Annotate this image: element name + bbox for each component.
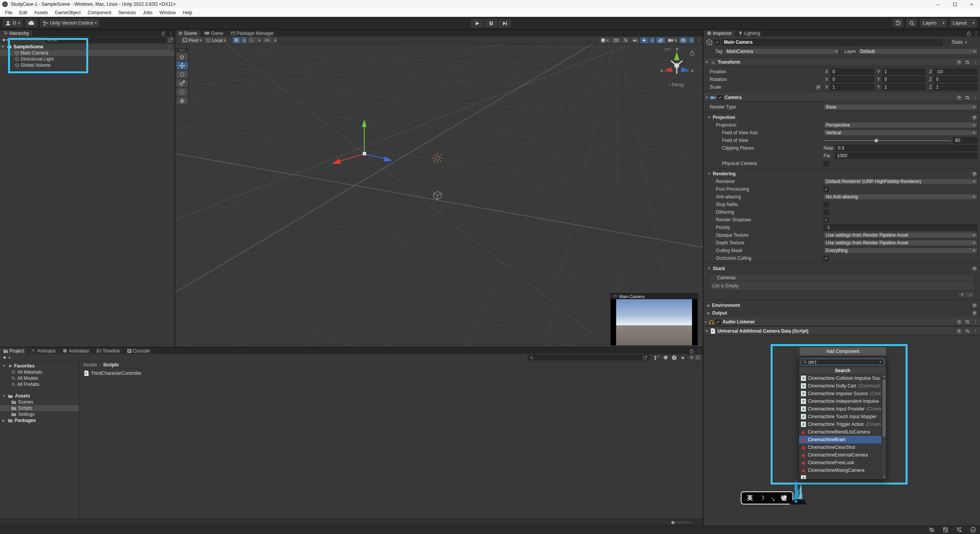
rotation-y-field[interactable]: 0	[882, 76, 926, 82]
transform-tool[interactable]	[176, 97, 188, 105]
search-window-icon[interactable]	[168, 38, 173, 42]
gameobject-name-field[interactable]: Main Camera	[722, 39, 943, 46]
tab-game[interactable]: Game	[201, 30, 227, 36]
preset-icon[interactable]	[965, 329, 970, 333]
minimize-button[interactable]: –	[929, 0, 946, 8]
add-component-button[interactable]: Add Component	[799, 347, 886, 356]
audio-listener-header[interactable]: ▸ ✓ Audio Listener ? ⋮	[704, 318, 980, 326]
component-list-item[interactable]: Cinemachine Touch Input Mapper	[799, 413, 881, 420]
layout-dropdown[interactable]: Layout▾	[950, 19, 977, 27]
menu-item[interactable]: Help	[179, 10, 196, 15]
asset-folder[interactable]: Scenes	[0, 399, 79, 405]
packages-root[interactable]: ▶ Packages	[0, 417, 79, 424]
create-asset-button[interactable]: +	[3, 354, 6, 361]
menu-item[interactable]: Assets	[31, 10, 51, 15]
component-list-item[interactable]: CinemachineMixingCamera	[799, 466, 881, 474]
anti-aliasing-dropdown[interactable]: No Anti-aliasing▾	[824, 194, 977, 200]
breadcrumb-leaf[interactable]: Scripts	[103, 362, 119, 368]
camera-overlay-dropdown[interactable]: ▾	[666, 37, 679, 43]
grid-snap-toggle[interactable]: ▾	[233, 37, 247, 43]
cloud-button[interactable]	[25, 19, 38, 27]
favorites-item[interactable]: All Models	[0, 375, 79, 381]
tab-scene[interactable]: Scene	[175, 30, 201, 36]
tag-dropdown[interactable]: MainCamera▾	[724, 48, 839, 54]
panel-menu-icon[interactable]: ⋮	[697, 348, 701, 354]
step-button[interactable]	[498, 19, 511, 28]
rendering-section-header[interactable]: ▼Rendering?	[704, 170, 980, 178]
search-window-icon[interactable]	[643, 356, 647, 360]
increment-snap-dropdown-icon[interactable]: ▾	[257, 37, 262, 43]
component-list-item[interactable]: Cinemachine Input Provider (Cinem	[799, 405, 881, 413]
tab-inspector[interactable]: i Inspector	[704, 30, 735, 36]
favorites-item[interactable]: All Materials	[0, 369, 79, 375]
post-processing-checkbox[interactable]: ✓	[824, 187, 829, 192]
toolstrip-grip[interactable]	[176, 49, 188, 52]
physical-camera-checkbox[interactable]	[824, 161, 829, 166]
file-item[interactable]: # ThirdCharacterController	[79, 368, 703, 376]
scene-canvas[interactable]: y x z ‹ Persp	[175, 44, 703, 347]
camera-enabled-checkbox[interactable]: ✓	[718, 95, 723, 100]
layer-dropdown[interactable]: Default▾	[858, 48, 978, 54]
progress-ok-icon[interactable]	[970, 527, 976, 533]
fov-field[interactable]: 60	[953, 137, 977, 143]
component-list-item[interactable]: Cinemachine Independent Impulse	[799, 397, 881, 405]
grid-snap-dropdown-icon[interactable]: ▾	[242, 37, 247, 43]
tab-console[interactable]: Console	[124, 348, 154, 354]
favorites-item[interactable]: All Prefabs	[0, 381, 79, 387]
position-z-field[interactable]: -10	[934, 69, 977, 75]
panel-menu-icon[interactable]: ⋮	[168, 31, 173, 36]
version-control-dropdown[interactable]: Unity Version Control▾	[40, 19, 99, 27]
occlusion-culling-checkbox[interactable]: ✓	[824, 256, 829, 261]
assets-root[interactable]: ▼ Assets	[0, 393, 79, 399]
thumbnail-size-slider[interactable]	[671, 522, 691, 523]
tab-animator[interactable]: Animator	[28, 348, 59, 354]
effects-dropdown[interactable]: ▾	[640, 37, 655, 43]
menu-item[interactable]: Window	[156, 10, 179, 15]
breadcrumb-root[interactable]: Assets	[83, 362, 97, 368]
environment-section-header[interactable]: ▶Environment?	[704, 302, 980, 309]
ime-segment[interactable]: ☽	[760, 494, 765, 501]
shading-mode-dropdown[interactable]: ▾	[599, 37, 611, 43]
account-dropdown[interactable]: G▾	[3, 19, 23, 27]
gameobject-cube-icon[interactable]	[706, 39, 713, 46]
rotate-tool[interactable]	[176, 70, 188, 78]
position-x-field[interactable]: 0	[830, 69, 874, 75]
help-icon[interactable]: ?	[972, 171, 977, 176]
stop-nans-checkbox[interactable]	[824, 202, 829, 207]
preview-grip-icon[interactable]	[613, 295, 617, 298]
component-list-item[interactable]: Cinemachine Collision Impulse Sou	[799, 374, 881, 382]
component-list-item[interactable]: CinemachineFreeLook	[799, 459, 881, 466]
2d-toggle[interactable]: 2D	[612, 37, 621, 43]
preset-icon[interactable]	[965, 60, 970, 64]
rotation-z-field[interactable]: 0	[934, 76, 977, 82]
transform-header[interactable]: ▼ Transform ? ⋮	[704, 58, 980, 66]
static-dropdown-icon[interactable]: ▾	[965, 40, 967, 44]
active-checkbox[interactable]: ✓	[715, 40, 720, 45]
increment-snap-toggle[interactable]: ▾	[248, 37, 262, 43]
scene-menu-icon[interactable]: ⋮	[167, 44, 171, 49]
near-field[interactable]: 0.3	[835, 145, 977, 151]
component-search-input[interactable]: cin ×	[801, 359, 884, 365]
ime-segment[interactable]: 英	[747, 494, 753, 502]
tab-timeline[interactable]: Timeline	[93, 348, 124, 354]
undo-history-button[interactable]	[893, 19, 903, 27]
snap-settings-toggle[interactable]: ▾	[263, 37, 278, 43]
far-field[interactable]: 1000	[835, 153, 977, 159]
component-list-item[interactable]: CinemachineClearShot	[799, 443, 881, 451]
help-icon[interactable]: ?	[972, 266, 977, 271]
tab-package-manager[interactable]: Package Manager	[227, 30, 278, 36]
audio-listener-checkbox[interactable]: ✓	[716, 320, 721, 325]
scale-tool[interactable]	[176, 79, 188, 87]
help-icon[interactable]: ?	[972, 115, 977, 120]
tab-lighting[interactable]: Lighting	[735, 30, 764, 36]
play-button[interactable]	[471, 19, 483, 28]
rect-tool[interactable]	[176, 88, 188, 96]
dithering-checkbox[interactable]	[824, 210, 829, 215]
pivot-dropdown[interactable]: Pivot▾	[181, 37, 203, 43]
lock-icon[interactable]	[161, 31, 165, 36]
create-asset-dropdown-icon[interactable]: ▾	[8, 356, 10, 359]
camera-header[interactable]: ▼ ✓ Camera ? ⋮	[704, 93, 980, 102]
auto-refresh-disabled-icon[interactable]	[956, 527, 962, 533]
help-icon[interactable]: ?	[972, 311, 977, 316]
projection-dropdown[interactable]: Perspective▾	[824, 122, 977, 128]
